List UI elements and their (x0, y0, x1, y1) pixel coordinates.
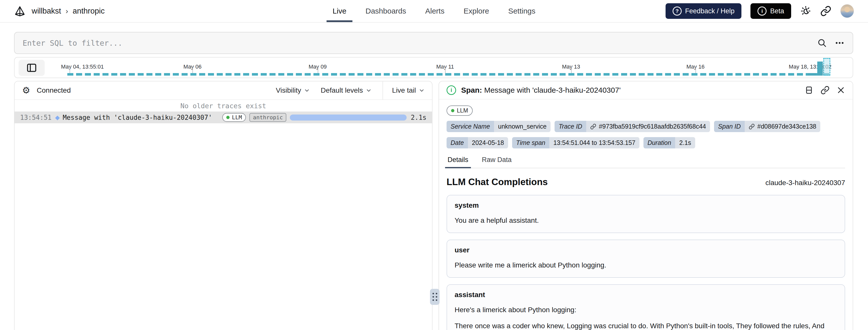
default-levels-dropdown[interactable]: Default levels (321, 86, 371, 94)
model-name: claude-3-haiku-20240307 (765, 179, 845, 187)
tag-label: Trace ID (555, 121, 586, 132)
timeline-label: May 04, 13:55:01 (61, 63, 104, 70)
brand: willbakst › anthropic (14, 5, 105, 17)
span-details-panel: i Span: Message with 'claude-3-haiku-202… (438, 81, 853, 330)
trace-timestamp: 13:54:51 (20, 114, 52, 121)
timeline-strip[interactable]: May 04, 13:55:01 May 06 May 09 May 11 Ma… (67, 58, 831, 78)
visibility-dropdown[interactable]: Visibility (276, 86, 310, 94)
default-levels-label: Default levels (321, 86, 363, 94)
nav-tab-live[interactable]: Live (333, 0, 346, 22)
live-tail-label: Live tail (392, 86, 416, 94)
trace-controls: Visibility Default levels Live tail (276, 81, 425, 99)
more-options-icon[interactable] (834, 37, 845, 49)
search-icon[interactable] (817, 38, 827, 48)
message-text: Here's a limerick about Python logging: (455, 305, 837, 315)
beta-button[interactable]: i Beta (750, 3, 791, 19)
question-icon: ? (673, 6, 682, 16)
message-list: system You are a helpful assistant. user… (446, 195, 845, 330)
green-dot-icon (451, 109, 454, 112)
top-nav: willbakst › anthropic Live Dashboards Al… (0, 0, 868, 23)
feedback-help-button[interactable]: ? Feedback / Help (665, 3, 742, 19)
header-divider (382, 81, 383, 100)
span-tags-row-1: Service Name unknown_service Trace ID #9… (446, 121, 845, 132)
beta-label: Beta (770, 7, 784, 15)
message-text: There once was a coder who knew, Logging… (455, 321, 837, 330)
span-info-icon: i (446, 85, 456, 95)
section-heading-row: LLM Chat Completions claude-3-haiku-2024… (446, 177, 845, 187)
tag-label: Service Name (446, 121, 494, 132)
link-icon (749, 124, 755, 129)
sql-filter-input[interactable] (22, 38, 810, 48)
trace-badges: LLM anthropic (222, 113, 286, 122)
tag-label: Span ID (714, 121, 745, 132)
theme-toggle-icon[interactable] (800, 5, 811, 17)
tab-details[interactable]: Details (446, 156, 469, 168)
llm-type-label: LLM (232, 114, 242, 121)
sql-filter-bar (14, 32, 853, 54)
span-id-value: #d08697de343ce138 (757, 123, 816, 130)
tag-label: Time span (512, 137, 550, 148)
green-dot-icon (226, 116, 229, 119)
span-title: Span: Message with 'claude-3-haiku-20240… (461, 86, 621, 94)
copy-link-icon[interactable] (820, 86, 830, 95)
connection-status: Connected (37, 86, 70, 94)
timeline-histogram-bar-small (808, 73, 816, 76)
span-type-label: LLM (457, 107, 468, 114)
message-card-assistant: assistant Here's a limerick about Python… (446, 284, 845, 330)
span-tabs: Details Raw Data (446, 156, 845, 168)
nav-tab-settings[interactable]: Settings (508, 0, 535, 22)
tag-label: Duration (644, 137, 675, 148)
span-diamond-icon: ◆ (55, 114, 60, 121)
span-body: LLM Service Name unknown_service Trace I… (439, 99, 853, 330)
visibility-label: Visibility (276, 86, 301, 94)
logo-icon[interactable] (14, 5, 26, 17)
nav-tab-alerts[interactable]: Alerts (425, 0, 444, 22)
trace-duration-bar (290, 115, 407, 121)
panel-resize-handle[interactable] (430, 289, 439, 305)
message-role: user (455, 246, 837, 254)
tag-label: Date (446, 137, 468, 148)
timeline-panel: May 04, 13:55:01 May 06 May 09 May 11 Ma… (14, 57, 853, 78)
nav-tab-explore[interactable]: Explore (464, 0, 489, 22)
timeline-selection-region[interactable] (823, 58, 830, 76)
chevron-down-icon (419, 88, 425, 93)
duration-tag: Duration 2.1s (644, 137, 695, 148)
tag-value: 2024-05-18 (468, 137, 508, 148)
tag-value: 13:54:51.044 to 13:54:53.157 (549, 137, 640, 148)
breadcrumb-project[interactable]: anthropic (72, 6, 105, 16)
trace-id-tag[interactable]: Trace ID #973fba5919cf9c618aafdb2635f68c… (555, 121, 710, 132)
traces-panel: ⚙ Connected Visibility Default levels Li… (14, 81, 433, 330)
message-role: system (455, 202, 837, 209)
nav-tab-dashboards[interactable]: Dashboards (366, 0, 406, 22)
time-span-tag: Time span 13:54:51.044 to 13:54:53.157 (512, 137, 640, 148)
service-name-tag: Service Name unknown_service (446, 121, 551, 132)
span-title-text: Message with 'claude-3-haiku-20240307' (482, 86, 621, 94)
close-icon[interactable] (837, 86, 845, 94)
message-card-system: system You are a helpful assistant. (446, 195, 845, 233)
split-view-icon[interactable] (804, 86, 813, 95)
gear-icon[interactable]: ⚙ (22, 86, 30, 95)
sidebar-toggle-icon[interactable] (19, 60, 45, 76)
user-avatar[interactable] (840, 4, 854, 18)
breadcrumb-org[interactable]: willbakst (32, 6, 61, 16)
message-text: You are a helpful assistant. (455, 215, 837, 226)
traces-panel-header: ⚙ Connected Visibility Default levels Li… (14, 81, 432, 100)
live-tail-dropdown[interactable]: Live tail (392, 86, 425, 94)
span-header: i Span: Message with 'claude-3-haiku-202… (439, 81, 853, 99)
span-type-pill: LLM (446, 106, 473, 116)
tag-value: #973fba5919cf9c618aafdb2635f68c44 (586, 121, 710, 132)
trace-row[interactable]: 13:54:51 ◆ Message with 'claude-3-haiku-… (14, 112, 432, 123)
chevron-down-icon (304, 88, 310, 93)
tag-value: #d08697de343ce138 (745, 121, 820, 132)
share-link-icon[interactable] (820, 5, 831, 17)
nav-right-cluster: ? Feedback / Help i Beta (665, 3, 854, 19)
primary-nav: Live Dashboards Alerts Explore Settings (333, 0, 535, 22)
trace-duration: 2.1s (411, 114, 427, 121)
tab-raw-data[interactable]: Raw Data (481, 156, 513, 168)
span-id-tag[interactable]: Span ID #d08697de343ce138 (714, 121, 820, 132)
provider-badge: anthropic (249, 113, 286, 122)
trace-id-value: #973fba5919cf9c618aafdb2635f68c44 (599, 123, 706, 130)
tag-value: 2.1s (675, 137, 695, 148)
breadcrumb-separator-icon: › (66, 7, 68, 15)
message-card-user: user Please write me a limerick about Py… (446, 240, 845, 278)
